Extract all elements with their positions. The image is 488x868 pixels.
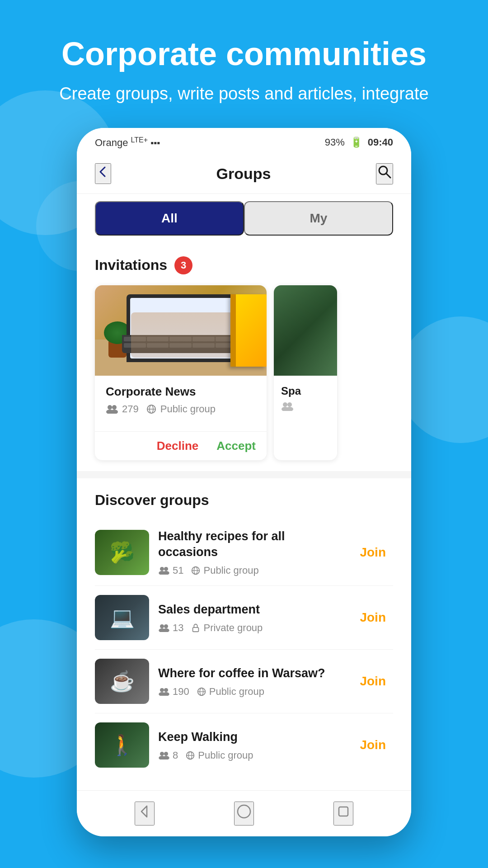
svg-rect-40 <box>339 807 348 816</box>
battery-icon: 🔋 <box>350 137 362 148</box>
group-info-walking: Keep Walking 8 <box>158 729 343 761</box>
back-nav-icon <box>136 802 154 821</box>
group-thumb-walking: 🚶 <box>95 722 149 768</box>
time-display: 09:40 <box>368 137 393 148</box>
group-type-sales: Private group <box>203 622 263 634</box>
group-type-walking: Public group <box>198 750 253 761</box>
invitations-section: Invitations 3 <box>77 243 411 471</box>
group-info-healthy: Healthy recipes for all occasions 51 <box>158 528 343 576</box>
join-button-healthy[interactable]: Join <box>352 541 393 564</box>
nav-recent-button[interactable] <box>333 802 353 826</box>
network-type: LTE+ <box>131 136 148 144</box>
group-meta-healthy: 51 Public group <box>158 565 343 576</box>
yellow-book <box>230 294 267 367</box>
people-icon-sales <box>158 624 170 632</box>
discover-section: Discover groups 🥦 Healthy recipes for al… <box>77 478 411 790</box>
group-thumb-healthy: 🥦 <box>95 530 149 575</box>
invitations-header: Invitations 3 <box>95 256 393 274</box>
group-name-healthy: Healthy recipes for all occasions <box>158 528 343 560</box>
group-thumb-coffee: ☕ <box>95 659 149 704</box>
members-coffee: 190 <box>158 686 189 698</box>
join-button-walking[interactable]: Join <box>352 733 393 757</box>
signal-icon: ▪▪▪ <box>150 138 160 148</box>
card-info-corporate: Corporate News 279 <box>95 376 267 431</box>
spa-people-icon-placeholder <box>281 402 330 413</box>
invitation-cards: Corporate News 279 <box>95 285 393 471</box>
invitations-title: Invitations <box>95 257 167 274</box>
people-icon-walking <box>158 751 170 760</box>
status-bar: Orange LTE+ ▪▪▪ 93% 🔋 09:40 <box>77 128 411 154</box>
globe-icon-walking <box>185 750 195 760</box>
card-image-corporate <box>95 285 267 376</box>
coffee-thumb-img: ☕ <box>95 659 149 704</box>
search-button[interactable] <box>376 163 393 184</box>
bottom-nav <box>77 790 411 836</box>
recent-nav-icon <box>334 802 352 821</box>
nav-home-button[interactable] <box>234 802 254 826</box>
svg-point-1 <box>108 405 112 410</box>
svg-point-25 <box>164 688 168 692</box>
content-area: Invitations 3 <box>77 243 411 790</box>
member-count: 279 <box>122 403 139 415</box>
walking-thumb-img: 🚶 <box>95 722 149 768</box>
svg-marker-38 <box>141 806 147 817</box>
discover-title: Discover groups <box>95 492 393 509</box>
svg-rect-23 <box>193 627 199 632</box>
spa-image <box>274 285 337 376</box>
group-name-coffee: Where for coffee in Warsaw? <box>158 665 343 681</box>
nav-back-button[interactable] <box>135 802 155 826</box>
type-walking: Public group <box>185 750 253 761</box>
spa-info: Spa <box>274 376 337 422</box>
svg-point-13 <box>164 567 168 571</box>
lock-icon-sales <box>191 623 201 633</box>
invitation-card-spa: Spa <box>274 285 337 460</box>
member-count-sales: 13 <box>173 622 183 634</box>
svg-point-2 <box>112 405 117 410</box>
group-info-sales: Sales department 13 <box>158 602 343 634</box>
nav-bar: Groups <box>77 154 411 194</box>
accept-button[interactable]: Accept <box>216 439 256 453</box>
tabs-container: All My <box>77 194 411 243</box>
laptop-image <box>95 285 267 376</box>
type-sales: Private group <box>191 622 263 634</box>
page-sub-title: Create groups, write posts and articles,… <box>0 83 488 105</box>
group-list-item-healthy: 🥦 Healthy recipes for all occasions <box>95 519 393 586</box>
group-list-item-walking: 🚶 Keep Walking <box>95 713 393 777</box>
back-button[interactable] <box>95 163 111 184</box>
svg-point-8 <box>283 402 287 407</box>
tab-all[interactable]: All <box>95 201 244 236</box>
invitation-card-corporate: Corporate News 279 <box>95 285 267 460</box>
healthy-thumb-img: 🥦 <box>95 530 149 575</box>
svg-point-31 <box>160 752 164 756</box>
sales-thumb-img: 💻 <box>95 595 149 640</box>
people-icon-healthy <box>158 566 170 575</box>
group-list-item-sales: 💻 Sales department <box>95 586 393 650</box>
svg-point-9 <box>287 402 292 407</box>
group-meta-walking: 8 Public group <box>158 750 343 761</box>
members-meta: 279 <box>106 403 139 415</box>
group-type-coffee: Public group <box>209 686 264 698</box>
phone-frame: Orange LTE+ ▪▪▪ 93% 🔋 09:40 Groups <box>77 128 411 837</box>
type-healthy: Public group <box>191 565 258 576</box>
member-count-walking: 8 <box>173 750 178 761</box>
book-spine <box>230 294 236 367</box>
members-walking: 8 <box>158 750 178 761</box>
svg-point-39 <box>238 805 250 818</box>
people-icon-spa <box>281 402 294 411</box>
decline-button[interactable]: Decline <box>157 439 199 453</box>
group-info-coffee: Where for coffee in Warsaw? 190 <box>158 665 343 698</box>
card-actions: Decline Accept <box>95 431 267 460</box>
join-button-sales[interactable]: Join <box>352 606 393 629</box>
svg-point-19 <box>160 624 164 628</box>
page-main-title: Corporate communities <box>0 36 488 72</box>
phone-wrapper: Orange LTE+ ▪▪▪ 93% 🔋 09:40 Groups <box>0 128 488 837</box>
tab-my[interactable]: My <box>244 201 393 236</box>
group-name-sales: Sales department <box>158 602 343 618</box>
member-count-coffee: 190 <box>173 686 189 698</box>
join-button-coffee[interactable]: Join <box>352 670 393 693</box>
type-meta: Public group <box>146 403 216 415</box>
group-type: Public group <box>160 403 216 415</box>
globe-icon-coffee <box>197 687 206 697</box>
invitations-badge: 3 <box>174 256 192 274</box>
people-icon <box>106 405 118 414</box>
